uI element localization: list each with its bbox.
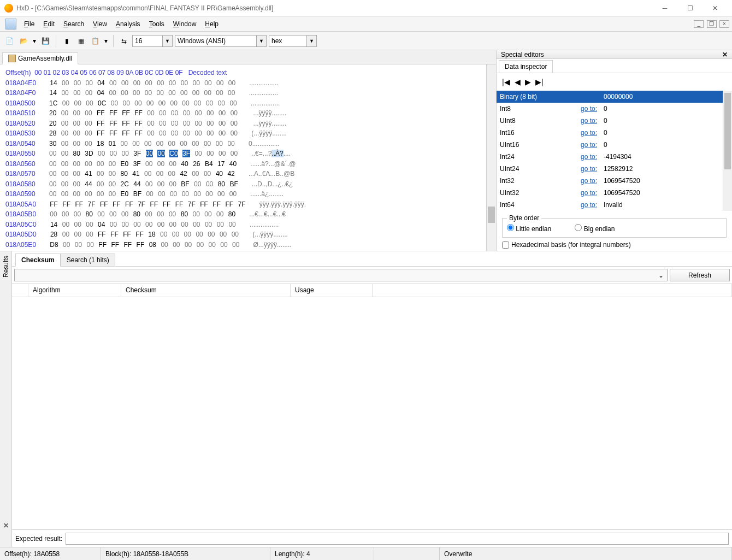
scrollbar-thumb[interactable]	[724, 93, 731, 169]
open-button[interactable]: 📂	[17, 35, 29, 47]
inspector-value: 0	[600, 127, 723, 139]
inspector-row[interactable]: UInt8go to:0	[497, 115, 723, 127]
inspector-goto[interactable]: go to:	[573, 163, 600, 175]
encoding-combo[interactable]: ▼	[175, 35, 267, 47]
data-inspector-tab[interactable]: Data inspector	[499, 60, 553, 73]
expected-result-input[interactable]	[66, 533, 729, 545]
checksum-algo-dropdown[interactable]: ⌄	[14, 269, 668, 281]
results-close-button[interactable]: ✕	[3, 522, 9, 529]
hex-content[interactable]: Offset(h) 00 01 02 03 04 05 06 07 08 09 …	[0, 64, 486, 251]
inspector-row[interactable]: UInt16go to:0	[497, 139, 723, 151]
inspector-goto[interactable]: go to:	[573, 127, 600, 139]
next-button[interactable]: ▶	[525, 78, 531, 86]
close-button[interactable]: ✕	[703, 0, 728, 16]
inspector-type: UInt24	[497, 163, 573, 175]
open-dropdown[interactable]: ▾	[32, 35, 37, 47]
paste-button[interactable]: 📋	[89, 35, 101, 47]
inspector-row[interactable]: Int32go to:1069547520	[497, 175, 723, 187]
base-input[interactable]	[269, 35, 307, 47]
inspector-goto	[573, 91, 600, 103]
window-title: HxD - [C:\Games\Steam\steamapps\common\F…	[16, 4, 652, 12]
col-algorithm[interactable]: Algorithm	[28, 284, 121, 297]
inspector-row[interactable]: Int8go to:0	[497, 103, 723, 115]
inspector-goto[interactable]: go to:	[573, 187, 600, 199]
inspector-row[interactable]: Binary (8 bit)00000000	[497, 91, 723, 103]
inspector-row[interactable]: Int16go to:0	[497, 127, 723, 139]
hex-basis-checkbox[interactable]: Hexadecimal basis (for integral numbers)	[497, 239, 732, 251]
inspector-goto[interactable]: go to:	[573, 175, 600, 187]
prev-button[interactable]: ◀	[515, 78, 521, 86]
inspector-value: 00000000	[600, 91, 723, 103]
menu-file[interactable]: File	[20, 18, 39, 30]
inspector-goto[interactable]: go to:	[573, 199, 600, 211]
col-usage[interactable]: Usage	[291, 284, 373, 297]
inspector-row[interactable]: Int64go to:Invalid	[497, 199, 723, 211]
copy-button[interactable]: ▦	[75, 35, 87, 47]
save-button[interactable]: 💾	[39, 35, 51, 47]
last-button[interactable]: ▶|	[535, 78, 544, 86]
inspector-value: Invalid	[600, 199, 723, 211]
inspector-value: 0	[600, 103, 723, 115]
cut-button[interactable]: ▮	[61, 35, 73, 47]
panel-title: Special editors ✕	[497, 50, 732, 59]
base-combo[interactable]: ▼	[269, 35, 317, 47]
encoding-input[interactable]	[175, 35, 257, 47]
byte-order-group: Byte order Little endian Big endian	[497, 211, 732, 239]
bytes-per-row-combo[interactable]: ▼	[132, 35, 173, 47]
maximize-button[interactable]: ☐	[677, 0, 703, 16]
inspector-goto[interactable]: go to:	[573, 151, 600, 163]
inspector-row[interactable]: Int24go to:-4194304	[497, 151, 723, 163]
vertical-scrollbar[interactable]	[486, 64, 496, 251]
inspector-type: Int8	[497, 103, 573, 115]
menu-view[interactable]: View	[88, 18, 111, 30]
mdi-minimize-icon[interactable]: _	[694, 20, 704, 28]
refresh-button[interactable]: Refresh	[670, 269, 730, 281]
inspector-scrollbar[interactable]	[723, 91, 732, 211]
search-tab[interactable]: Search (1 hits)	[61, 254, 115, 267]
special-editors-panel: Special editors ✕ Data inspector |◀ ◀ ▶ …	[497, 50, 732, 251]
inspector-row[interactable]: UInt32go to:1069547520	[497, 187, 723, 199]
inspector-type: Int64	[497, 199, 573, 211]
new-button[interactable]: 📄	[3, 35, 15, 47]
inspector-type: Int16	[497, 127, 573, 139]
mdi-close-icon[interactable]: ×	[719, 20, 729, 28]
menu-tools[interactable]: Tools	[145, 18, 169, 30]
menu-analysis[interactable]: Analysis	[111, 18, 145, 30]
col-checksum[interactable]: Checksum	[121, 284, 291, 297]
inspector-goto[interactable]: go to:	[573, 115, 600, 127]
dropdown-arrow-icon[interactable]: ▼	[163, 35, 173, 47]
menu-edit[interactable]: Edit	[39, 18, 59, 30]
col-spacer	[12, 284, 28, 297]
inspector-goto[interactable]: go to:	[573, 139, 600, 151]
results-list[interactable]	[12, 297, 732, 529]
file-tab[interactable]: GameAssembly.dll	[2, 52, 78, 64]
bytes-per-row-input[interactable]	[132, 35, 163, 47]
little-endian-radio[interactable]: Little endian	[507, 225, 551, 233]
mdi-restore-icon[interactable]: ❐	[707, 20, 717, 28]
file-tabstrip: GameAssembly.dll	[0, 50, 496, 64]
results-toolbar: ⌄ Refresh	[12, 267, 732, 284]
dropdown-arrow-icon[interactable]: ▼	[307, 35, 317, 47]
scrollbar-thumb[interactable]	[488, 207, 495, 223]
inspector-row[interactable]: UInt24go to:12582912	[497, 163, 723, 175]
columns-icon: ⇆	[118, 35, 130, 47]
paste-dropdown[interactable]: ▾	[103, 35, 109, 47]
inspector-goto[interactable]: go to:	[573, 103, 600, 115]
file-tab-label: GameAssembly.dll	[18, 55, 72, 62]
menu-search[interactable]: Search	[59, 18, 88, 30]
checksum-tab[interactable]: Checksum	[15, 254, 61, 267]
hex-basis-input[interactable]	[502, 241, 509, 249]
mdi-icon[interactable]	[5, 19, 16, 30]
panel-close-button[interactable]: ✕	[722, 51, 728, 58]
inspector-type: UInt8	[497, 115, 573, 127]
dropdown-arrow-icon[interactable]: ▼	[257, 35, 267, 47]
inspector-type: Int32	[497, 175, 573, 187]
big-endian-radio[interactable]: Big endian	[575, 225, 615, 233]
menu-help[interactable]: Help	[200, 18, 223, 30]
inspector-type: UInt16	[497, 139, 573, 151]
minimize-button[interactable]: ─	[652, 0, 677, 16]
first-button[interactable]: |◀	[502, 78, 510, 86]
menu-window[interactable]: Window	[169, 18, 201, 30]
titlebar: HxD - [C:\Games\Steam\steamapps\common\F…	[0, 0, 732, 16]
mdi-controls: _ ❐ ×	[693, 20, 730, 28]
